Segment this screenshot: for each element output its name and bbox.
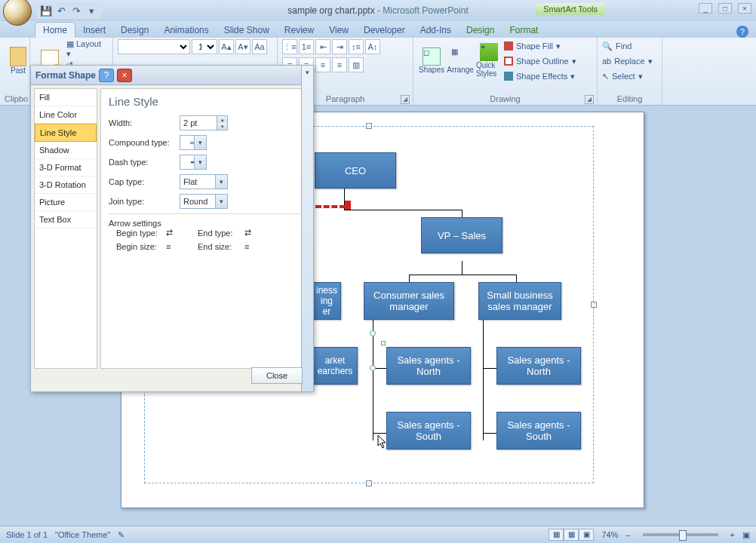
dash-type-select[interactable]: ━▾ [180, 155, 207, 170]
nav-3d-format[interactable]: 3-D Format [35, 159, 97, 176]
compound-type-select[interactable]: ═▾ [180, 135, 207, 150]
justify-icon[interactable]: ≡ [332, 57, 347, 72]
nav-shadow[interactable]: Shadow [35, 142, 97, 159]
begin-type-select[interactable]: ⇄▾ [166, 228, 193, 238]
shrink-font-icon[interactable]: A▾ [235, 39, 250, 54]
nav-3d-rotation[interactable]: 3-D Rotation [35, 176, 97, 194]
cap-type-select[interactable]: Flat▾ [180, 174, 228, 189]
shapes-button[interactable]: ◻Shapes [418, 39, 445, 81]
zoom-level[interactable]: 74% [601, 530, 618, 539]
shape-outline-menu[interactable]: Shape Outline ▾ [504, 54, 576, 68]
nav-text-box[interactable]: Text Box [35, 211, 97, 229]
tab-review[interactable]: Review [277, 23, 321, 38]
nav-line-color[interactable]: Line Color [35, 106, 97, 124]
increase-indent-icon[interactable]: ⇥ [332, 39, 347, 54]
arrow-settings-label: Arrow settings [109, 219, 302, 228]
select-button[interactable]: ↖ Select ▾ [602, 69, 657, 83]
begin-size-select[interactable]: ≡▾ [166, 242, 193, 251]
font-size-select[interactable]: 18 [192, 39, 217, 54]
tab-home[interactable]: Home [35, 22, 75, 38]
decrease-indent-icon[interactable]: ⇤ [315, 39, 330, 54]
shape-fill-menu[interactable]: Shape Fill ▾ [504, 39, 576, 53]
sorter-view-button[interactable]: ▦ [564, 529, 579, 541]
nav-fill[interactable]: Fill [35, 89, 97, 106]
arrange-button[interactable]: ▦Arrange [447, 39, 474, 81]
undo-icon[interactable]: ↶ [54, 4, 68, 17]
line-spacing-icon[interactable]: ↕≡ [349, 39, 364, 54]
org-node-consumer-mgr[interactable]: Consumer sales manager [364, 282, 454, 320]
minimize-button[interactable]: _ [699, 3, 712, 14]
align-right-icon[interactable]: ≡ [315, 57, 330, 72]
format-shape-dialog: Format Shape ? × Fill Line Color Line St… [30, 65, 314, 392]
font-family-select[interactable] [118, 39, 190, 54]
quick-access-toolbar: 💾 ↶ ↷ ▾ [36, 2, 101, 19]
connector [409, 275, 410, 282]
close-button[interactable]: × [738, 3, 751, 14]
columns-icon[interactable]: ▥ [349, 57, 364, 72]
end-type-select[interactable]: ⇄▾ [244, 228, 272, 238]
tab-slideshow[interactable]: Slide Show [217, 23, 277, 38]
width-spinner[interactable]: 2 pt▴▾ [180, 115, 228, 130]
org-node-biz-mgr[interactable]: inessinger [312, 282, 341, 320]
tab-insert[interactable]: Insert [75, 23, 113, 38]
zoom-in-button[interactable]: + [730, 530, 735, 539]
tab-animations[interactable]: Animations [156, 23, 216, 38]
org-node-smallbiz-mgr[interactable]: Small business sales manager [478, 282, 561, 320]
qat-customize-icon[interactable]: ▾ [85, 4, 98, 17]
replace-button[interactable]: ab Replace ▾ [602, 54, 657, 68]
connector [483, 320, 484, 440]
spellcheck-icon[interactable]: ✎ [118, 530, 124, 540]
slide-indicator: Slide 1 of 1 [6, 530, 48, 539]
org-node-market-res[interactable]: arketearchers [312, 347, 358, 385]
clear-format-icon[interactable]: Aa [252, 39, 267, 54]
redo-icon[interactable]: ↷ [69, 4, 83, 17]
paste-button[interactable]: Past [5, 39, 32, 81]
zoom-out-button[interactable]: – [625, 530, 630, 539]
fit-to-window-button[interactable]: ▣ [742, 530, 750, 540]
slideshow-view-button[interactable]: ▣ [579, 529, 594, 541]
connector-handle [345, 201, 351, 210]
org-node-sa-south-1[interactable]: Sales agents - South [386, 412, 471, 449]
quick-styles-button[interactable]: ✦Quick Styles [475, 39, 502, 81]
normal-view-button[interactable]: ▦ [549, 529, 564, 541]
dialog-close-button[interactable]: × [117, 69, 132, 82]
org-node-ceo[interactable]: CEO [315, 152, 396, 189]
resize-handle[interactable]: ⋮ [591, 302, 597, 308]
nav-picture[interactable]: Picture [35, 194, 97, 211]
end-size-select[interactable]: ≡▾ [244, 242, 272, 251]
tab-smartart-format[interactable]: Format [502, 23, 545, 38]
save-icon[interactable]: 💾 [39, 4, 53, 17]
selection-handle[interactable] [370, 365, 376, 371]
layout-menu[interactable]: ▦ Layout ▾ [66, 39, 108, 59]
restore-button[interactable]: □ [718, 3, 732, 14]
tab-view[interactable]: View [321, 23, 356, 38]
find-button[interactable]: 🔍 Find [602, 39, 657, 53]
tab-design[interactable]: Design [113, 23, 156, 38]
connector [483, 368, 496, 369]
drawing-dialog-launcher[interactable]: ◢ [585, 95, 594, 104]
text-direction-icon[interactable]: A↕ [365, 39, 380, 54]
org-node-sa-south-2[interactable]: Sales agents - South [496, 412, 581, 449]
org-node-sa-north-2[interactable]: Sales agents - North [496, 347, 581, 385]
grow-font-icon[interactable]: A▴ [219, 39, 234, 54]
selection-handle[interactable] [381, 341, 386, 345]
end-type-label: End type: [198, 229, 240, 238]
resize-handle[interactable]: ⋯ [366, 480, 372, 486]
close-button[interactable]: Close [251, 367, 303, 384]
selection-handle[interactable] [370, 330, 376, 336]
tab-developer[interactable]: Developer [356, 23, 413, 38]
dialog-help-button[interactable]: ? [99, 69, 114, 82]
numbering-icon[interactable]: 1≡ [299, 39, 314, 54]
nav-line-style[interactable]: Line Style [35, 124, 97, 142]
shape-effects-menu[interactable]: Shape Effects ▾ [504, 69, 576, 83]
join-type-select[interactable]: Round▾ [180, 194, 228, 209]
tab-smartart-design[interactable]: Design [459, 23, 502, 38]
zoom-slider[interactable] [643, 533, 718, 536]
resize-handle[interactable]: ⋯ [366, 123, 372, 129]
org-node-sa-north-1[interactable]: Sales agents - North [386, 347, 471, 385]
bullets-icon[interactable]: ⋮≡ [282, 39, 297, 54]
paragraph-dialog-launcher[interactable]: ◢ [401, 95, 410, 104]
help-icon[interactable]: ? [736, 26, 748, 38]
org-node-vp-sales[interactable]: VP – Sales [421, 217, 502, 253]
tab-addins[interactable]: Add-Ins [413, 23, 459, 38]
